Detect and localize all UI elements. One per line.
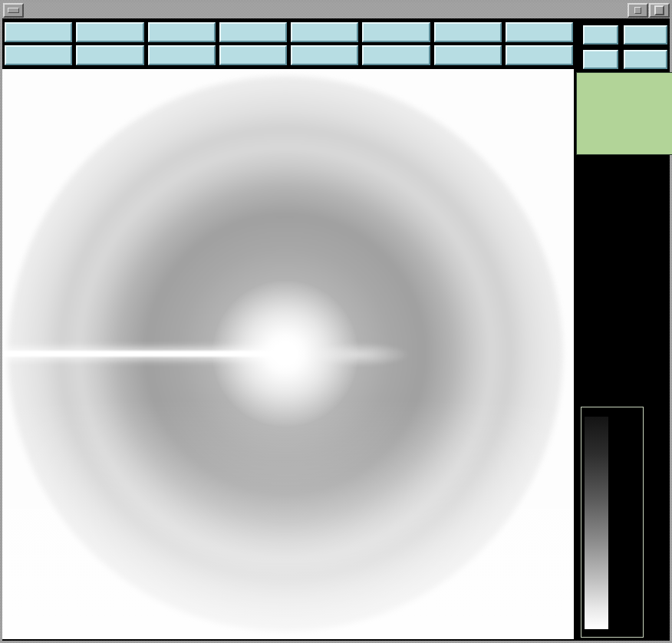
toolbar-row-1 (5, 22, 573, 42)
window-menu-button[interactable] (3, 3, 24, 18)
go-button[interactable] (148, 45, 216, 65)
toolbar (2, 18, 670, 69)
window-content (2, 2, 670, 641)
frame-button[interactable] (624, 50, 667, 69)
write-print-button[interactable] (148, 22, 216, 42)
minimize-icon (634, 7, 641, 14)
show-overfl-button[interactable] (219, 45, 287, 65)
help-button[interactable] (506, 45, 573, 65)
full-scale-button[interactable] (76, 45, 143, 65)
update-pred-button[interactable] (5, 45, 72, 65)
maximize-icon (654, 5, 664, 15)
maximize-button[interactable] (649, 3, 670, 18)
dim-button[interactable] (583, 25, 618, 45)
intensity-colorbar (581, 407, 644, 638)
window-menu-icon (8, 8, 19, 13)
prof-fit-r-button[interactable] (5, 22, 72, 42)
zoom-wind-button[interactable] (76, 22, 143, 42)
side-panel (576, 69, 670, 641)
mono-button[interactable] (506, 22, 573, 42)
application-window (0, 0, 672, 643)
colorbar-gradient (585, 417, 608, 629)
peak-sear-button[interactable] (291, 45, 358, 65)
del-polyg-button[interactable] (434, 45, 502, 65)
floor-down-button[interactable] (362, 22, 430, 42)
ad-test-button[interactable] (219, 22, 287, 42)
toolbar-side-row-2 (583, 50, 667, 69)
toolbar-side-row-1 (583, 25, 667, 45)
cursor-info-box (576, 72, 672, 155)
minimize-button[interactable] (628, 3, 648, 18)
floor-up-button[interactable] (291, 22, 358, 42)
bright-button[interactable] (624, 25, 667, 45)
reverse-button[interactable] (434, 22, 502, 42)
close-button[interactable] (583, 50, 618, 69)
beamstop-shadow (212, 281, 358, 427)
edit-ps-button[interactable] (362, 45, 430, 65)
diffraction-image-view[interactable] (2, 69, 574, 639)
titlebar (2, 2, 670, 18)
toolbar-row-2 (5, 45, 573, 65)
